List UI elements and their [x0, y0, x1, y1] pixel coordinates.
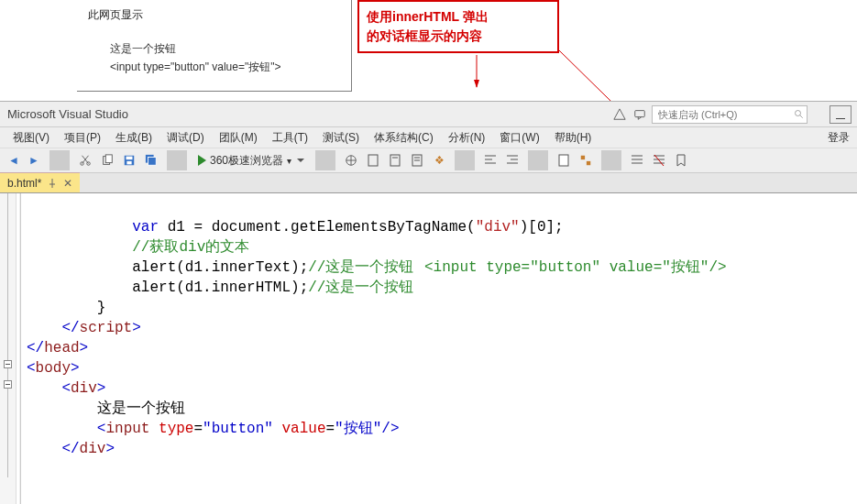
- menu-build[interactable]: 生成(B): [108, 130, 159, 146]
- copy-button[interactable]: [97, 150, 117, 170]
- menu-window[interactable]: 窗口(W): [492, 130, 546, 146]
- feedback-icon[interactable]: [632, 106, 648, 123]
- separator: [167, 150, 187, 170]
- code-val: "按钮": [335, 421, 381, 437]
- menu-test[interactable]: 测试(S): [315, 130, 367, 146]
- code-comment: //获取div的文本: [132, 239, 249, 256]
- editor-tab-active[interactable]: b.html* ✕: [0, 172, 80, 192]
- callout-line2: 的对话框显示的内容: [367, 27, 550, 46]
- toolbar-newfile-button[interactable]: [554, 150, 574, 170]
- menu-view[interactable]: 视图(V): [5, 130, 57, 146]
- toolbar-bookmark-button[interactable]: [671, 150, 691, 170]
- code-angle: <: [97, 421, 106, 437]
- alert-title: 此网页显示: [88, 7, 340, 23]
- svg-rect-8: [105, 155, 112, 163]
- menu-help[interactable]: 帮助(H): [547, 130, 599, 146]
- vs-app-title: Microsoft Visual Studio: [7, 107, 128, 121]
- svg-rect-10: [126, 157, 133, 160]
- svg-rect-15: [368, 155, 378, 166]
- toolbar-doc2-button[interactable]: [385, 150, 405, 170]
- svg-line-24: [654, 155, 664, 166]
- nav-history: ◄ ►: [4, 152, 44, 169]
- code-str: "div": [476, 219, 520, 236]
- menu-arch[interactable]: 体系结构(C): [367, 130, 441, 146]
- code-attr: type: [159, 421, 193, 437]
- play-icon: [198, 155, 206, 166]
- tab-label: b.html*: [7, 177, 41, 190]
- run-target-label: 360极速浏览器: [210, 153, 283, 169]
- code-angle: </: [27, 340, 44, 356]
- svg-rect-11: [126, 161, 131, 165]
- chevron-down-icon: [297, 159, 304, 162]
- code-text: )[0];: [520, 219, 564, 236]
- menu-project[interactable]: 项目(P): [57, 130, 108, 146]
- alert-line2: <input type="button" value="按钮">: [110, 58, 340, 76]
- vs-window: Microsoft Visual Studio 视图(V) 项目(P) 生成(B…: [0, 101, 857, 504]
- login-link[interactable]: 登录: [820, 130, 857, 146]
- svg-rect-22: [581, 156, 585, 159]
- code-content: var d1 = document.getElementsByTagName("…: [21, 193, 857, 504]
- run-button[interactable]: 360极速浏览器 ▾: [192, 150, 310, 170]
- vs-titlebar: Microsoft Visual Studio: [0, 102, 857, 127]
- code-angle: <: [27, 360, 36, 377]
- code-text: d1 = document.getElementsByTagName(: [159, 219, 476, 236]
- toolbar-uncomment-button[interactable]: [649, 150, 669, 170]
- toolbar-comment-button[interactable]: [627, 150, 647, 170]
- nav-forward-button[interactable]: ►: [24, 152, 44, 169]
- code-text: }: [97, 300, 106, 316]
- menu-debug[interactable]: 调试(D): [159, 130, 212, 146]
- code-angle: >: [105, 441, 115, 457]
- collapse-toggle[interactable]: [4, 360, 12, 368]
- code-editor[interactable]: var d1 = document.getElementsByTagName("…: [0, 193, 857, 504]
- code-angle: <: [61, 380, 71, 397]
- code-tag: input: [105, 421, 149, 437]
- pin-icon[interactable]: [47, 175, 58, 192]
- browser-link-button[interactable]: [341, 150, 361, 170]
- toolbar-indent-left-button[interactable]: [480, 150, 500, 170]
- separator: [455, 150, 475, 170]
- code-angle: >: [97, 380, 106, 397]
- toolbar-class-button[interactable]: [576, 150, 596, 170]
- alert-line1: 这是一个按钮: [110, 39, 340, 58]
- vs-toolbar: ◄ ► 360极速浏览器 ▾: [0, 148, 857, 173]
- code-angle: </: [61, 320, 79, 336]
- code-text: alert(d1.innerHTML);: [132, 279, 308, 296]
- nav-back-button[interactable]: ◄: [4, 152, 24, 169]
- code-tag: div: [80, 441, 106, 457]
- quick-launch-input[interactable]: [652, 105, 808, 124]
- code-angle: >: [71, 360, 80, 377]
- code-angle: >: [80, 340, 89, 356]
- toolbar-doc3-button[interactable]: [407, 150, 427, 170]
- code-angle: >: [132, 320, 141, 336]
- alert-body: 这是一个按钮 <input type="button" value="按钮">: [88, 39, 340, 77]
- alert-dialog: 此网页显示 这是一个按钮 <input type="button" value=…: [77, 0, 352, 92]
- svg-rect-23: [587, 161, 590, 165]
- vs-menubar: 视图(V) 项目(P) 生成(B) 调试(D) 团队(M) 工具(T) 测试(S…: [0, 127, 857, 148]
- menu-team[interactable]: 团队(M): [212, 130, 265, 146]
- separator: [49, 150, 70, 170]
- separator: [528, 150, 548, 170]
- code-comment: //这是一个按钮: [308, 279, 413, 296]
- svg-rect-21: [559, 155, 568, 166]
- toolbar-indent-right-button[interactable]: [502, 150, 522, 170]
- toolbar-tag-button[interactable]: ❖: [429, 150, 449, 170]
- save-all-button[interactable]: [141, 150, 161, 170]
- minimize-button[interactable]: [830, 105, 852, 124]
- notifications-icon[interactable]: [611, 106, 628, 123]
- cut-button[interactable]: [75, 150, 95, 170]
- collapse-toggle[interactable]: [4, 380, 12, 389]
- code-text: alert(d1.innerText);: [132, 259, 308, 276]
- inline-annotation: <input type="button" value="按钮"/>: [424, 257, 727, 278]
- close-tab-button[interactable]: ✕: [63, 177, 72, 190]
- code-text: 这是一个按钮: [97, 400, 185, 417]
- callout-line1: 使用innerHTML 弹出: [367, 7, 550, 27]
- search-icon[interactable]: [791, 106, 808, 123]
- toolbar-doc1-button[interactable]: [363, 150, 383, 170]
- save-button[interactable]: [119, 150, 139, 170]
- separator: [315, 150, 335, 170]
- menu-tools[interactable]: 工具(T): [265, 130, 315, 146]
- separator: [601, 150, 621, 170]
- editor-tabstrip: b.html* ✕: [0, 173, 857, 193]
- menu-analyze[interactable]: 分析(N): [441, 130, 493, 146]
- code-attr: value: [281, 421, 325, 437]
